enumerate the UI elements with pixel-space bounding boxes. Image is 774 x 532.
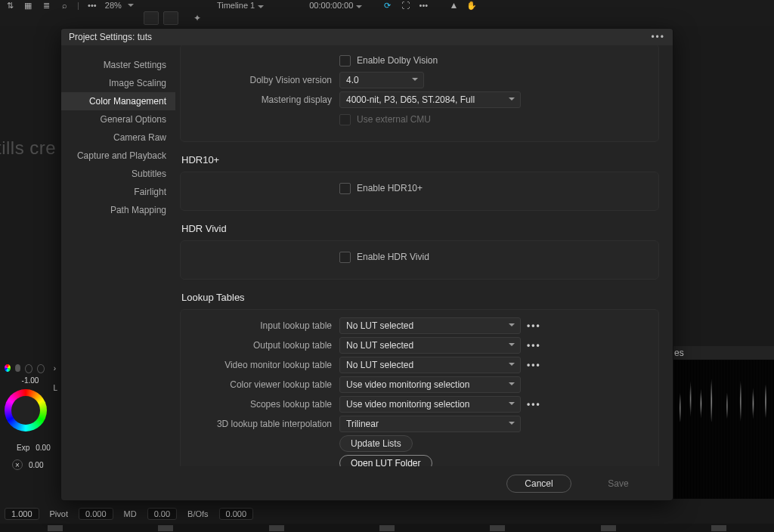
hdrvivid-panel: Enable HDR Vivid <box>180 240 659 280</box>
sync-icon[interactable]: ⟳ <box>382 0 392 11</box>
dolby-version-label: Dolby Vision version <box>191 75 339 85</box>
sidebar-item-camera-raw[interactable]: Camera Raw <box>61 128 175 147</box>
enable-hdrvivid-checkbox[interactable] <box>339 252 351 263</box>
grid-icon[interactable]: ▦ <box>23 0 33 11</box>
list-icon[interactable]: ≣ <box>41 0 51 11</box>
timeline-name: Timeline 1 <box>217 1 255 10</box>
cancel-button[interactable]: Cancel <box>506 475 571 493</box>
output-lut-more[interactable]: ••• <box>527 340 541 351</box>
scopes-panel: es 0 <box>670 346 774 499</box>
enable-hdr10-label: Enable HDR10+ <box>357 183 423 193</box>
sidebar-item-subtitles[interactable]: Subtitles <box>61 165 175 183</box>
sidebar-item-color-management[interactable]: Color Management <box>61 92 175 110</box>
mode-dot-4[interactable] <box>37 364 45 373</box>
lut-panel: Input lookup table No LUT selected ••• O… <box>180 309 659 466</box>
scopes-lut-select[interactable]: Use video monitoring selection <box>339 396 521 413</box>
input-lut-more[interactable]: ••• <box>527 320 541 331</box>
val-1[interactable]: 1.000 <box>5 508 39 520</box>
enable-dolby-checkbox[interactable] <box>339 55 351 66</box>
x-value[interactable]: 0.00 <box>29 461 43 469</box>
search-icon[interactable]: ⌕ <box>59 0 70 11</box>
chevron-down-icon <box>509 422 515 425</box>
wheel-nav-next[interactable]: › <box>54 364 56 373</box>
mode-dot-1[interactable] <box>5 364 11 372</box>
bofs-value[interactable]: 0.000 <box>219 508 254 520</box>
input-lut-label: Input lookup table <box>191 320 339 331</box>
hand-icon[interactable]: ✋ <box>466 0 477 11</box>
sidebar-item-fairlight[interactable]: Fairlight <box>61 183 175 201</box>
enable-hdrvivid-label: Enable HDR Vivid <box>357 252 429 262</box>
view-toggle-b[interactable] <box>163 11 178 25</box>
sidebar-item-master-settings[interactable]: Master Settings <box>61 56 175 74</box>
dolby-version-value: 4.0 <box>346 75 359 85</box>
save-button[interactable]: Save <box>587 475 650 492</box>
modal-title-text: Project Settings: tuts <box>69 32 152 42</box>
modal-titlebar: Project Settings: tuts ••• <box>61 29 673 45</box>
chevron-down-icon <box>509 382 515 385</box>
sort-icon[interactable]: ⇅ <box>5 0 15 11</box>
page-strip[interactable] <box>0 524 774 532</box>
chevron-down-icon <box>509 323 515 326</box>
chevron-down-icon <box>128 4 134 7</box>
sidebar-item-general-options[interactable]: General Options <box>61 110 175 128</box>
bofs-label: B/Ofs <box>187 509 209 518</box>
expand-icon[interactable]: ⛶ <box>400 0 410 11</box>
video-lut-value: No LUT selected <box>346 360 413 370</box>
sidebar-item-image-scaling[interactable]: Image Scaling <box>61 74 175 92</box>
dolby-version-select[interactable]: 4.0 <box>339 72 424 88</box>
external-cmu-checkbox <box>339 114 351 125</box>
wand-icon[interactable]: ✦ <box>194 13 201 23</box>
lut-title: Lookup Tables <box>181 292 659 303</box>
wheel-mode-dots[interactable]: › <box>0 361 60 376</box>
md-value[interactable]: 0.00 <box>147 508 177 520</box>
video-lut-select[interactable]: No LUT selected <box>339 357 521 373</box>
viewer-lut-select[interactable]: Use video monitoring selection <box>339 376 521 393</box>
settings-scroll[interactable]: Enable Dolby Vision Dolby Vision version… <box>175 45 673 466</box>
settings-sidebar: Master Settings Image Scaling Color Mana… <box>61 45 175 466</box>
zoom-dropdown[interactable]: 28% <box>105 1 134 10</box>
output-lut-value: No LUT selected <box>346 340 413 351</box>
update-lists-button[interactable]: Update Lists <box>339 435 413 452</box>
pivot-value[interactable]: 0.000 <box>79 508 113 520</box>
hdr10-panel: Enable HDR10+ <box>180 172 659 211</box>
timecode-field[interactable]: 00:00:00:00 <box>309 1 362 10</box>
reset-icon[interactable]: × <box>12 459 23 470</box>
interp-select[interactable]: Trilinear <box>339 416 521 432</box>
pointer-icon[interactable]: ▲ <box>448 0 459 11</box>
hdrvivid-title: HDR Vivid <box>181 223 659 234</box>
wheel-L-label: L <box>53 384 57 392</box>
more-icon[interactable]: ••• <box>87 0 98 11</box>
video-lut-more[interactable]: ••• <box>527 360 541 370</box>
scopes-lut-value: Use video monitoring selection <box>346 399 469 410</box>
project-settings-modal: Project Settings: tuts ••• Master Settin… <box>60 28 673 501</box>
sidebar-item-capture-playback[interactable]: Capture and Playback <box>61 147 175 165</box>
scopes-lut-label: Scopes lookup table <box>191 399 339 410</box>
scopes-lut-more[interactable]: ••• <box>527 399 541 410</box>
mode-dot-3[interactable] <box>25 364 33 373</box>
output-lut-select[interactable]: No LUT selected <box>339 337 521 354</box>
dolby-panel: Enable Dolby Vision Dolby Vision version… <box>180 45 659 142</box>
timeline-dropdown[interactable]: Timeline 1 <box>217 1 264 10</box>
input-lut-select[interactable]: No LUT selected <box>339 317 521 334</box>
wheel-neg-value: -1.00 <box>0 376 60 385</box>
sidebar-item-path-mapping[interactable]: Path Mapping <box>61 201 175 219</box>
color-wheels-panel: › -1.00 L Exp 0.00 × 0.00 <box>0 361 60 470</box>
exp-label: Exp <box>17 444 29 452</box>
color-wheel[interactable] <box>5 389 47 431</box>
modal-more-icon[interactable]: ••• <box>651 32 665 42</box>
more-icon-2[interactable]: ••• <box>418 0 429 11</box>
scopes-waveform[interactable]: 0 <box>670 360 774 499</box>
exp-value[interactable]: 0.00 <box>36 444 50 452</box>
modal-footer: Cancel Save <box>61 466 673 500</box>
chevron-down-icon <box>509 97 515 101</box>
mastering-display-select[interactable]: 4000-nit, P3, D65, ST.2084, Full <box>339 91 521 108</box>
sub-toolbar: ✦ <box>0 11 774 26</box>
chevron-down-icon <box>356 5 362 8</box>
mode-dot-2[interactable] <box>15 364 21 372</box>
top-toolbar: ⇅ ▦ ≣ ⌕ | ••• 28% Timeline 1 00:00:00:00… <box>0 0 774 11</box>
viewer-lut-label: Color viewer lookup table <box>191 379 339 390</box>
external-cmu-label: Use external CMU <box>357 114 431 125</box>
open-lut-folder-button[interactable]: Open LUT Folder <box>339 455 432 466</box>
enable-hdr10-checkbox[interactable] <box>339 183 351 194</box>
view-toggle-a[interactable] <box>144 11 159 25</box>
